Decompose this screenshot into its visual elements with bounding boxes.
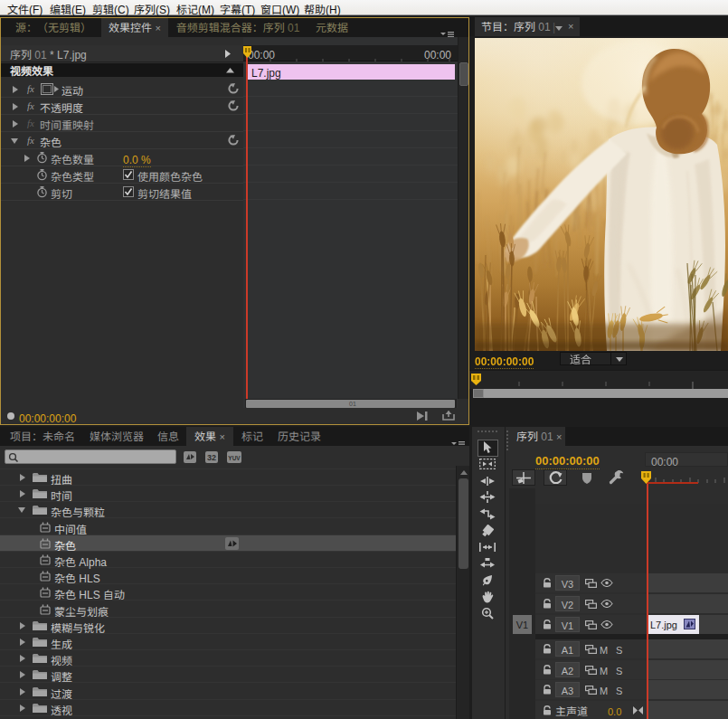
svg-text:32: 32 [207,453,216,462]
svg-text:YUV: YUV [228,455,241,461]
